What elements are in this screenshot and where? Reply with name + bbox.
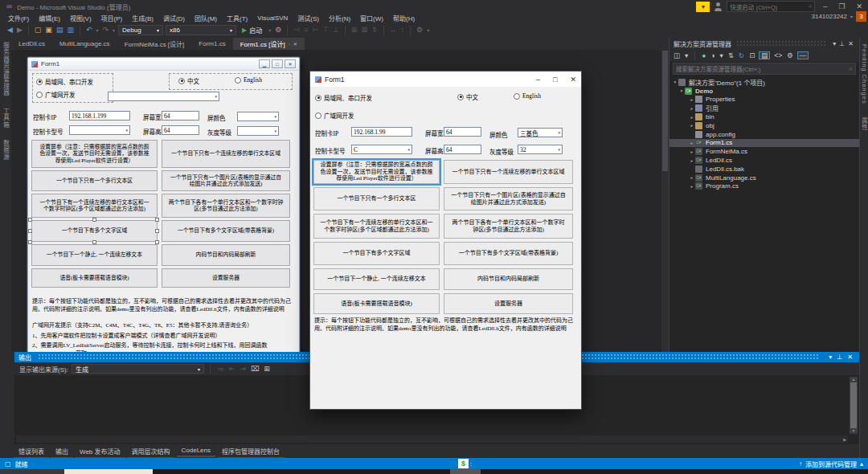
expander-icon[interactable]: ▸: [689, 123, 695, 128]
toolbar-icon[interactable]: [80, 26, 80, 35]
selection-handle[interactable]: [28, 240, 32, 244]
menu-item[interactable]: 窗口(W): [355, 14, 388, 22]
form-close-button[interactable]: ✕: [285, 59, 296, 68]
toolbar-icon[interactable]: ⊠: [360, 27, 368, 34]
minimize-button[interactable]: –: [820, 3, 830, 10]
side-tab[interactable]: 数据源: [2, 140, 10, 161]
menu-item[interactable]: 测试(S): [293, 14, 324, 22]
panel-toolbar-icon[interactable]: [694, 51, 695, 60]
radio-chinese[interactable]: 中文: [178, 76, 199, 85]
tree-item[interactable]: ▾ Demo: [669, 87, 859, 96]
scroll-right-icon[interactable]: ▶: [843, 437, 846, 442]
panel-tab[interactable]: 输出: [51, 446, 73, 459]
menu-item[interactable]: 分析(N): [324, 14, 355, 22]
form-function-button[interactable]: 设置服务器: [162, 268, 290, 288]
close-button[interactable]: ✕: [853, 3, 866, 10]
gray-level-combobox[interactable]: 32▾: [518, 145, 563, 154]
document-tab[interactable]: Form1.cs [设计] ◦ ✕: [233, 38, 305, 50]
restore-button[interactable]: ❐: [835, 3, 848, 10]
gray-level-combobox[interactable]: ▾: [237, 126, 279, 136]
panel-tab[interactable]: 程序包管理器控制台: [217, 446, 285, 459]
radio-wan[interactable]: 广域网开发: [36, 90, 76, 99]
platform-dropdown[interactable]: x86▾: [166, 25, 236, 35]
toolbar-icon[interactable]: [345, 26, 346, 35]
menu-item[interactable]: 文件(F): [3, 14, 34, 22]
expander-icon[interactable]: ▸: [689, 184, 695, 189]
notification-badge[interactable]: 3: [856, 11, 866, 22]
pin-icon[interactable]: ⊥: [834, 353, 845, 361]
toolbar-icon[interactable]: ↔: [389, 27, 398, 34]
document-tab[interactable]: FormNeiMa.cs [设计] ◦ ✕: [117, 38, 192, 50]
form-function-button[interactable]: 一个节目下只有一个连续左移的单行文本区域: [444, 160, 573, 184]
tab-close-icon[interactable]: ✕: [293, 41, 297, 47]
toolbar-icon[interactable]: ⚙: [416, 27, 424, 34]
form-function-button[interactable]: 一个节目下有多个文字区域(带表格背景): [444, 242, 573, 265]
tree-item[interactable]: app.config: [669, 130, 859, 139]
form-function-button[interactable]: 内码节目和内码局部刷新: [162, 244, 290, 266]
designer-form-window[interactable]: Form1 ▁ □ ✕ 局域网、串口开发 广域网开发 中文: [27, 57, 300, 352]
scroll-down-icon[interactable]: ▼: [852, 429, 856, 433]
expander-icon[interactable]: ▸: [689, 115, 695, 120]
start-debug-button[interactable]: ▶ 启动: [242, 26, 262, 35]
menu-item[interactable]: 编辑(E): [34, 14, 65, 22]
screen-height-input[interactable]: [444, 145, 481, 154]
designer-vertical-scrollbar[interactable]: [661, 50, 669, 352]
solution-explorer-header[interactable]: 解决方案资源管理器 ▾ ⊥ ✕: [669, 38, 859, 49]
card-model-combobox[interactable]: ▾: [69, 125, 130, 135]
taskbar-segment[interactable]: [0, 469, 64, 474]
output-source-dropdown[interactable]: 生成 ▾: [72, 364, 204, 374]
toolbar-icon[interactable]: [383, 26, 384, 35]
panel-toolbar-icon[interactable]: <>: [773, 52, 783, 59]
expander-icon[interactable]: ▸: [689, 97, 695, 102]
form-function-button[interactable]: 一个节目下一个静止, 一个连续左移文本: [313, 268, 440, 290]
side-tab[interactable]: 服务器资源管理器: [2, 42, 10, 96]
panel-toolbar-icon[interactable]: ↻: [738, 52, 745, 59]
notifications-flag-icon[interactable]: ▼: [696, 2, 710, 12]
form-function-button[interactable]: 一个节目下只有一个图片区(表格的显示通过自绘图片并通过此方式添加发送): [162, 170, 290, 191]
form-function-button[interactable]: 一个节目下有一个连续左移的单行文本区和一个数字时钟区(多个区域都通过此方法添加): [313, 214, 440, 239]
solution-search-input[interactable]: 搜索解决方案资源管理器(Ctrl+;) ⌕: [673, 63, 856, 75]
toolbar-icon[interactable]: ⇕: [371, 27, 379, 34]
menu-item[interactable]: 调试(D): [158, 14, 190, 22]
panel-toolbar-icon[interactable]: —: [797, 51, 809, 60]
menu-item[interactable]: 生成(B): [127, 14, 158, 22]
menu-item[interactable]: 工具(T): [222, 14, 252, 22]
form-function-button[interactable]: 一个节目下只有一个图片区(表格的显示通过自绘图片并通过此方式添加发送): [444, 187, 573, 210]
quick-launch-input[interactable]: 快速启动 (Ctrl+Q) ⌕: [727, 1, 815, 12]
form-minimize-button[interactable]: –: [536, 76, 540, 84]
output-toolbar-icon[interactable]: ⇤: [228, 366, 236, 373]
scroll-up-icon[interactable]: ▲: [852, 378, 856, 382]
form-function-button[interactable]: 设置屏参（注意：只需根据屏的宽高点数的颜色设置一次，发送节目时无需设置，该参数推…: [313, 160, 440, 184]
panel-toolbar-icon[interactable]: ⇅: [727, 52, 735, 59]
taskbar-segment[interactable]: [450, 469, 481, 474]
form-function-button[interactable]: 一个节目下有多个文字区域: [313, 242, 440, 265]
taskbar-window-preview[interactable]: [64, 469, 153, 474]
radio-lan-serial[interactable]: 局域网、串口开发: [36, 77, 93, 86]
screen-height-input[interactable]: [162, 125, 199, 135]
panel-toolbar-icon[interactable]: ⚙: [786, 52, 794, 59]
tree-item[interactable]: ▸ 引用: [669, 104, 859, 112]
selection-handle[interactable]: [28, 218, 32, 222]
expander-icon[interactable]: ▸: [689, 106, 695, 111]
panel-toolbar-icon[interactable]: ◫: [673, 52, 681, 59]
screen-color-combobox[interactable]: ▾: [237, 112, 279, 121]
selection-handle[interactable]: [155, 240, 159, 244]
form-function-button[interactable]: 一个节目下有一个连续左移的单行文本区和一个数字时钟区(多个区域都通过此方法添加): [31, 194, 158, 218]
toolbar-icon[interactable]: ▾: [268, 28, 272, 33]
source-control-button[interactable]: ↑ 添加到源代码管理 ▴: [799, 460, 863, 468]
form-function-button[interactable]: 一个节目下只有一个多行文本区: [31, 170, 158, 191]
ime-indicator[interactable]: $ :: [458, 459, 472, 468]
card-model-combobox[interactable]: C▾: [351, 145, 412, 154]
toolbar-icon[interactable]: ▤: [55, 27, 64, 34]
output-toolbar-icon[interactable]: ⊞: [263, 366, 271, 373]
document-tab[interactable]: MultiLanguage.cs ◦ ✕: [52, 38, 117, 50]
radio-chinese[interactable]: 中文: [457, 92, 478, 101]
panel-toolbar-icon[interactable]: ⊡: [748, 52, 755, 59]
radio-wan[interactable]: 广域网开发: [315, 111, 354, 120]
form-function-button[interactable]: 一个节目下只有一个多行文本区: [313, 187, 440, 210]
account-id[interactable]: 3141023242: [811, 13, 847, 20]
form-function-button[interactable]: 一个节目下有多个文字区域: [31, 220, 158, 242]
tree-item[interactable]: ▸ MultiLanguage.cs: [669, 174, 859, 182]
form-function-button[interactable]: 一个节目下有多个文字区域(带表格背景): [162, 220, 290, 242]
document-tab[interactable]: Form1.cs ◦ ✕: [191, 38, 232, 50]
